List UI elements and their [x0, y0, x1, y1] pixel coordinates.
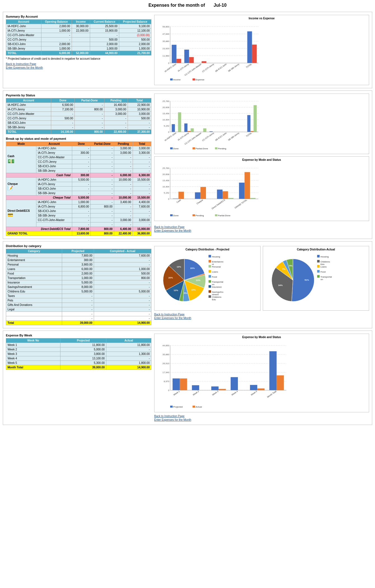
table-cell: (3,000.00) [119, 33, 151, 38]
pie-charts-wrapper: Category Distribution - Projected Housin… [154, 246, 369, 311]
table-cell: - [90, 33, 119, 38]
svg-rect-51 [191, 128, 194, 132]
svg-rect-85 [179, 192, 184, 199]
svg-text:Week 1: Week 1 [173, 390, 180, 396]
svg-rect-103 [208, 255, 211, 257]
pie2-title: Category Distribution-Actual [265, 248, 367, 251]
svg-text:SB-SBI-Jenny: SB-SBI-Jenny [228, 132, 240, 141]
summary-link-2[interactable]: Enter Expenses for the Month [6, 66, 151, 69]
svg-rect-163 [231, 377, 238, 390]
svg-rect-88 [245, 172, 250, 199]
svg-text:47,840: 47,840 [163, 33, 170, 35]
section-payments: Payments by Status Account Done Partial-… [3, 90, 372, 239]
svg-text:on: on [320, 278, 323, 281]
table-cell: 2,000.00 [90, 42, 119, 47]
svg-rect-52 [203, 128, 206, 132]
table-cell: 500.00 [90, 38, 119, 42]
svg-text:Income: Income [173, 78, 181, 81]
svg-rect-82 [195, 192, 201, 199]
table-cell [72, 47, 90, 51]
pie-actual: Category Distribution-Actual HousingChil… [263, 246, 369, 311]
svg-text:Childrens: Childrens [212, 296, 221, 298]
svg-text:5,152: 5,152 [164, 192, 170, 194]
payments-link-2[interactable]: Enter Expenses for the Month [154, 229, 369, 232]
svg-rect-47 [247, 115, 250, 132]
svg-text:on: on [212, 283, 214, 286]
pie2-svg: HousingChildrensEduLoansFoodTransportati… [265, 252, 332, 308]
payments-left: Payments by Status Account Done Partial-… [6, 94, 151, 236]
svg-rect-26 [170, 78, 173, 80]
table-cell: 500.00 [119, 38, 151, 42]
distribution-table: Category Projected Completed - Actual Ho… [6, 249, 151, 325]
table-cell [72, 38, 90, 42]
pie-projected: Category Distribution - Projected Housin… [154, 246, 261, 311]
table-cell: SB-SBI-Jenny [6, 47, 41, 51]
svg-rect-50 [178, 112, 181, 132]
svg-text:SB-ICICI-John: SB-ICICI-John [215, 63, 227, 73]
table-cell: 12,100.00 [119, 29, 151, 33]
svg-text:26,910: 26,910 [163, 362, 170, 365]
table-cell: - [41, 38, 72, 42]
svg-rect-161 [192, 385, 199, 390]
svg-text:7%: 7% [282, 268, 285, 270]
weekly-link-2[interactable]: Enter Expenses for the Month [154, 418, 369, 421]
svg-text:15,456: 15,456 [163, 112, 170, 115]
weekly-link-1[interactable]: Back to Instruction Page [154, 415, 369, 418]
svg-text:Actual: Actual [196, 406, 202, 408]
payments-links: Back to Instruction Page Enter Expenses … [154, 226, 369, 233]
svg-rect-99 [215, 214, 217, 216]
table-cell [72, 42, 90, 47]
breakup-section: Break up by status and mode of payment M… [6, 137, 151, 236]
summary-right: Income vs Expense 011,96023,92035,88047,… [154, 15, 369, 85]
svg-text:SB-ICICI-John: SB-ICICI-John [215, 132, 227, 141]
svg-rect-166 [180, 378, 187, 390]
svg-text:Week 3: Week 3 [212, 390, 219, 396]
col-opening: Opening Balance [41, 20, 72, 24]
svg-text:5,152: 5,152 [164, 125, 170, 127]
svg-text:Edu: Edu [212, 298, 216, 301]
svg-text:TOTAL: TOTAL [245, 63, 252, 69]
weekly-table: Week No Projected Actual Week 1 11,800.0… [6, 338, 151, 370]
summary-links: Back to Instruction Page Enter Expenses … [6, 62, 151, 69]
table-cell: 1,000.00 [41, 29, 72, 33]
distribution-header: Category Projected Completed - Actual [6, 249, 151, 254]
svg-text:Month Total: Month Total [267, 390, 277, 398]
svg-rect-83 [217, 190, 222, 199]
svg-text:Loans: Loans [212, 271, 218, 273]
svg-text:0: 0 [168, 62, 170, 64]
svg-text:Week 5: Week 5 [250, 390, 258, 396]
table-cell: 2,000.00 [41, 24, 72, 29]
svg-rect-86 [200, 187, 206, 199]
svg-text:Housing: Housing [212, 255, 220, 258]
svg-text:Cash: Cash [176, 199, 182, 203]
table-cell: 9,100.00 [119, 24, 151, 29]
svg-text:23,920: 23,920 [163, 47, 170, 50]
distribution-link-2[interactable]: Enter Expenses for the Month [154, 317, 369, 320]
svg-rect-95 [170, 214, 173, 216]
svg-rect-84 [239, 183, 245, 199]
svg-text:Pending: Pending [196, 214, 204, 217]
svg-text:13%: 13% [174, 289, 178, 292]
svg-text:Food: Food [212, 276, 217, 278]
col-account: Account [6, 20, 41, 24]
svg-text:17,940: 17,940 [163, 371, 170, 374]
svg-text:Expense: Expense [196, 78, 205, 81]
svg-text:Partial-Done: Partial-Done [196, 147, 208, 150]
svg-rect-45 [184, 124, 187, 132]
summary-header-row: Account Opening Balance Income Current B… [6, 20, 151, 24]
svg-rect-110 [208, 270, 211, 273]
weekly-links: Back to Instruction Page Enter Expenses … [154, 415, 369, 421]
svg-rect-89 [228, 198, 234, 199]
svg-text:20%: 20% [168, 276, 173, 279]
table-cell: IA-HDFC-John [6, 24, 41, 29]
svg-text:CC-CITI-Jenny: CC-CITI-Jenny [202, 63, 215, 73]
svg-text:Cheque: Cheque [196, 199, 204, 205]
svg-rect-167 [219, 389, 226, 390]
summary-link-1[interactable]: Back to Instruction Page [6, 62, 151, 66]
svg-rect-105 [208, 260, 211, 262]
distribution-link-1[interactable]: Back to Instruction Page [154, 313, 369, 316]
svg-rect-63 [193, 147, 195, 149]
expense-mode-chart-title: Expense by Mode and Status [156, 158, 367, 161]
payments-link-1[interactable]: Back to Instruction Page [154, 226, 369, 229]
income-expense-chart: Income vs Expense 011,96023,92035,88047,… [154, 15, 369, 85]
